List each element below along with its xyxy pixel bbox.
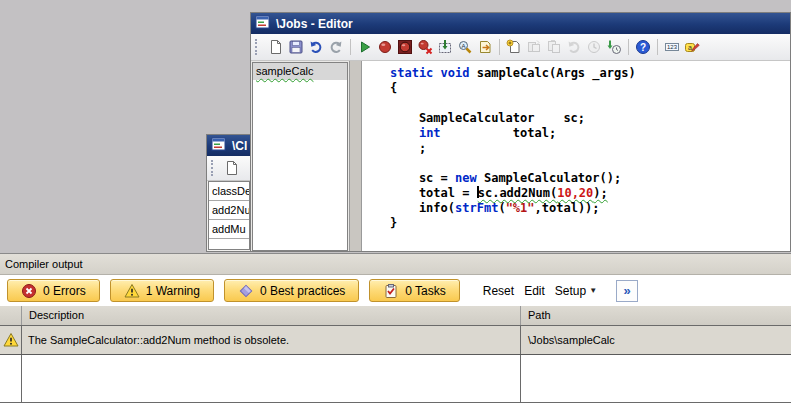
button-label: 0 Best practices (260, 284, 345, 298)
warning-button[interactable]: 1 Warning (110, 279, 214, 302)
warning-icon (3, 332, 19, 348)
classes-window[interactable]: \Cl classDeadd2NuaddMu (206, 134, 252, 252)
button-label: 1 Warning (146, 284, 200, 298)
error-icon (21, 283, 37, 299)
jobs-editor-window[interactable]: \Jobs - Editor A?123a sampleCalc static … (250, 12, 791, 252)
editor-toolbar: A?123a (251, 34, 790, 61)
list-item[interactable]: classDe (209, 182, 249, 201)
label-editor-icon[interactable]: a (683, 38, 701, 56)
method-list-item[interactable]: sampleCalc (253, 63, 347, 80)
edit-action[interactable]: Edit (524, 284, 545, 298)
list-item[interactable]: addMu (209, 220, 249, 239)
overflow-button[interactable]: » (616, 280, 638, 302)
pane-splitter[interactable] (349, 61, 362, 251)
setup-action[interactable]: Setup▼ (555, 284, 597, 298)
code-line: info(strFmt("%1",total)); (390, 201, 790, 216)
action-label: Setup (555, 284, 586, 298)
save-icon[interactable] (287, 38, 305, 56)
compiler-output-window[interactable]: Compiler output 0 Errors1 Warning0 Best … (0, 253, 791, 403)
new-document-icon[interactable] (267, 38, 285, 56)
code-line: { (390, 81, 790, 96)
help-icon[interactable]: ? (634, 38, 652, 56)
redo-icon[interactable] (327, 38, 345, 56)
method-pane[interactable]: sampleCalc (252, 62, 348, 251)
remove-breakpoints-icon[interactable] (416, 38, 434, 56)
toolbar-separator (657, 39, 658, 55)
svg-text:A: A (461, 43, 465, 49)
method-list[interactable]: classDeadd2NuaddMu (208, 181, 250, 250)
table-row[interactable]: The SampleCalculator::add2Num method is … (0, 326, 791, 355)
code-line: int total; (390, 126, 790, 141)
window-icon (255, 14, 271, 33)
code-line: static void sampleCalc(Args _args) (390, 66, 790, 81)
table-empty-area (0, 355, 791, 403)
editor-content: sampleCalc static void sampleCalc(Args _… (251, 61, 790, 251)
toolbar-grip[interactable] (255, 39, 262, 55)
chevron-down-icon: ▼ (589, 286, 597, 295)
compare-icon (525, 38, 543, 56)
new-document-icon[interactable] (223, 159, 241, 177)
code-line (390, 156, 790, 171)
toolbar-separator (350, 39, 351, 55)
toolbar-separator (499, 39, 500, 55)
window-icon (211, 136, 227, 155)
path-column-header[interactable]: Path (521, 306, 791, 325)
new-method-icon[interactable] (505, 38, 523, 56)
tasks-icon (383, 283, 399, 299)
svg-text:?: ? (640, 42, 646, 53)
best-practices-button[interactable]: 0 Best practices (224, 279, 359, 302)
svg-text:a: a (688, 44, 692, 51)
behind-window-toolbar (207, 156, 251, 181)
svg-text:123: 123 (667, 44, 678, 50)
action-label: Edit (524, 284, 545, 298)
run-icon[interactable] (356, 38, 374, 56)
open-editor-icon[interactable] (476, 38, 494, 56)
code-area[interactable]: static void sampleCalc(Args _args){ Samp… (362, 61, 790, 251)
compare-versions-icon (545, 38, 563, 56)
import-icon[interactable] (436, 38, 454, 56)
code-line (390, 96, 790, 111)
line-numbers-icon[interactable]: 123 (663, 38, 681, 56)
breakpoint-frame-icon[interactable] (396, 38, 414, 56)
undo-change-icon (565, 38, 583, 56)
breakpoint-icon[interactable] (376, 38, 394, 56)
tasks-button[interactable]: 0 Tasks (369, 279, 459, 302)
list-item[interactable]: add2Nu (209, 201, 249, 220)
method-item-label: sampleCalc (256, 65, 313, 77)
compiler-output-header[interactable]: Compiler output (0, 254, 791, 275)
lookup-properties-icon[interactable]: A (456, 38, 474, 56)
button-label: 0 Tasks (405, 284, 445, 298)
column-divider (520, 355, 521, 402)
warning-icon (124, 283, 140, 299)
compiler-output-title: Compiler output (5, 258, 83, 270)
code-line: sc = new SampleCalculator(); (390, 171, 790, 186)
editor-titlebar[interactable]: \Jobs - Editor (251, 13, 790, 34)
action-links: ResetEditSetup▼ (478, 284, 602, 298)
code-line: } (390, 216, 790, 231)
results-table-header[interactable]: Description Path (0, 306, 791, 326)
icon-column-header[interactable] (0, 306, 22, 325)
behind-window-title: \Cl (232, 139, 247, 153)
best-practice-icon (238, 283, 254, 299)
description-column-header[interactable]: Description (22, 306, 521, 325)
undo-icon[interactable] (307, 38, 325, 56)
compiler-buttons-row: 0 Errors1 Warning0 Best practices0 Tasks… (0, 275, 791, 306)
code-line: SampleCalculator sc; (390, 111, 790, 126)
row-description: The SampleCalculator::add2Num method is … (22, 326, 521, 354)
toolbar-separator (628, 39, 629, 55)
code-text[interactable]: static void sampleCalc(Args _args){ Samp… (362, 61, 790, 231)
desktop: \Cl classDeadd2NuaddMu \Jobs - Editor A?… (0, 0, 791, 403)
history-icon (585, 38, 603, 56)
code-line: total = sc.add2Num(10,20); (390, 186, 790, 201)
toolbar-grip[interactable] (211, 160, 218, 176)
status-buttons: 0 Errors1 Warning0 Best practices0 Tasks (7, 279, 460, 302)
action-label: Reset (483, 284, 514, 298)
reset-action[interactable]: Reset (483, 284, 514, 298)
button-label: 0 Errors (43, 284, 86, 298)
editor-title: \Jobs - Editor (276, 17, 353, 31)
save-version-icon[interactable] (605, 38, 623, 56)
errors-button[interactable]: 0 Errors (7, 279, 100, 302)
behind-window-titlebar[interactable]: \Cl (207, 135, 251, 156)
row-path: \Jobs\sampleCalc (521, 326, 791, 354)
code-line: ; (390, 141, 790, 156)
